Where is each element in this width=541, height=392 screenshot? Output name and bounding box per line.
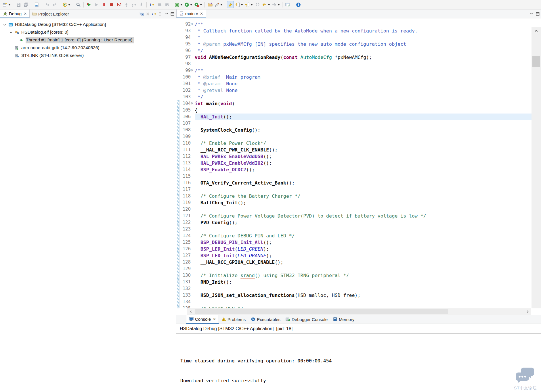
close-icon[interactable]: ✕ xyxy=(24,11,27,16)
resume-button[interactable] xyxy=(93,1,100,8)
tree-item[interactable]: arm-none-eabi-gdb (14.2.90.20240526) xyxy=(0,44,176,52)
code-line[interactable]: 112 HAL_PWREx_EnableVddUSB(); xyxy=(176,153,532,160)
instruction-stepping-button[interactable]: i xyxy=(148,1,155,8)
code-line[interactable]: 131 RND_Init(); xyxy=(176,279,532,285)
last-edit-location-button[interactable] xyxy=(254,1,261,8)
code-line[interactable]: 116 OTA_Verify_Current_Active_Bank(); xyxy=(176,180,532,186)
code-line[interactable]: 134 xyxy=(176,299,532,305)
code-line[interactable]: 105{ xyxy=(176,107,532,114)
tree-item[interactable]: Thread #1 [main] 1 [core: 0] (Running : … xyxy=(0,36,176,44)
dropdown-arrow-icon[interactable] xyxy=(68,4,70,5)
search-button[interactable] xyxy=(75,1,82,8)
minimize-button[interactable] xyxy=(164,12,169,16)
chevron-down-icon[interactable] xyxy=(2,23,7,27)
step-over-button[interactable] xyxy=(130,1,137,8)
dropdown-arrow-icon[interactable] xyxy=(268,4,270,5)
collapse-all-button[interactable] xyxy=(139,12,144,16)
tab-debugger-console[interactable]: Debugger Console xyxy=(283,315,330,324)
profile-button[interactable] xyxy=(194,1,203,8)
code-line[interactable]: 106 HAL_Init(); xyxy=(176,114,532,120)
code-line[interactable]: 113 HAL_PWREx_EnableVddIO2(); xyxy=(176,160,532,166)
code-line[interactable]: 92⊖/** xyxy=(176,21,532,28)
code-line[interactable]: 122 PVD_Config(); xyxy=(176,219,532,226)
save-all-button[interactable] xyxy=(22,1,29,8)
dropdown-arrow-icon[interactable] xyxy=(180,4,183,5)
code-line[interactable]: 111 __HAL_RCC_PWR_CLK_ENABLE(); xyxy=(176,147,532,153)
step-into-button[interactable] xyxy=(123,1,130,8)
code-line[interactable]: 117 xyxy=(176,186,532,193)
fold-marker-icon[interactable]: ⊖ xyxy=(191,100,195,107)
fold-marker-icon[interactable]: ⊖ xyxy=(191,67,195,74)
dropdown-arrow-icon[interactable] xyxy=(200,4,202,5)
maximize-button[interactable] xyxy=(536,12,540,16)
view-menu-button[interactable] xyxy=(158,12,163,16)
console-output[interactable]: Time elapsed during verifying operation:… xyxy=(176,334,541,384)
tab-project-explorer[interactable]: Project Explorer xyxy=(30,9,72,18)
next-annotation-button[interactable] xyxy=(234,1,244,8)
code-line[interactable]: 132 xyxy=(176,285,532,292)
tree-item[interactable]: IDEHSDatalog Debug [STM32 C/C++ Applicat… xyxy=(0,21,176,28)
close-icon[interactable]: ✕ xyxy=(213,317,216,321)
code-line[interactable]: 124 /* Configure DEBUG PIN and LED */ xyxy=(176,232,532,239)
remove-all-button[interactable] xyxy=(146,12,150,16)
redo-button[interactable] xyxy=(51,1,58,8)
code-line[interactable]: 118 /* Configure the Battery Charger */ xyxy=(176,193,532,199)
code-line[interactable]: 121 /* Configure Power Voltage Detector(… xyxy=(176,213,532,219)
code-line[interactable]: 129 xyxy=(176,266,532,272)
code-line[interactable]: 104⊖int main(void) xyxy=(176,100,532,107)
dropdown-arrow-icon[interactable] xyxy=(220,4,223,5)
code-line[interactable]: 133 HSD_JSON_set_allocation_functions(HS… xyxy=(176,292,532,299)
code-line[interactable]: 119 BattChrg_Init(); xyxy=(176,199,532,206)
code-line[interactable]: 115 xyxy=(176,173,532,180)
open-perspective-button[interactable] xyxy=(284,1,291,8)
tab-debug[interactable]: Debug✕ xyxy=(0,9,30,18)
code-line[interactable]: 135 /* Start USB */ xyxy=(176,305,532,308)
horizontal-scroll-thumb[interactable] xyxy=(195,309,448,314)
back-button[interactable] xyxy=(261,1,271,8)
stack-list-button[interactable] xyxy=(156,1,163,8)
marker-pen-button[interactable] xyxy=(214,1,223,8)
suspend-button[interactable] xyxy=(100,1,107,8)
code-line[interactable]: 125 BSP_DEBUG_PIN_Init_All(); xyxy=(176,239,532,246)
tab-problems[interactable]: Problems xyxy=(219,315,248,324)
dropdown-arrow-icon[interactable] xyxy=(251,4,253,5)
terminate-button[interactable] xyxy=(108,1,115,8)
stack-list-alt-button[interactable] xyxy=(163,1,170,8)
code-line[interactable]: 103 */ xyxy=(176,94,532,100)
fold-marker-icon[interactable]: ⊖ xyxy=(191,21,195,28)
code-editor[interactable]: 92⊖/**93 * Callback function called by t… xyxy=(176,18,541,308)
open-element-button[interactable] xyxy=(207,1,213,8)
launch-refresh-button[interactable] xyxy=(62,1,71,8)
run-button[interactable] xyxy=(184,1,193,8)
undo-button[interactable] xyxy=(44,1,51,8)
code-line[interactable]: 114 BSP_Enable_DCDC2(); xyxy=(176,166,532,173)
code-line[interactable]: 100 * @brief Main program xyxy=(176,74,532,80)
dropdown-arrow-icon[interactable] xyxy=(278,4,280,5)
code-line[interactable]: 110 /* Enable Power Clock*/ xyxy=(176,140,532,147)
code-line[interactable]: 101 * @param None xyxy=(176,80,532,87)
forward-button[interactable] xyxy=(271,1,280,8)
binary-file-button[interactable]: 010 xyxy=(33,1,40,8)
code-line[interactable]: 108 SystemClock_Config(); xyxy=(176,127,532,133)
disconnect-button[interactable] xyxy=(115,1,122,8)
tab-executables[interactable]: Executables xyxy=(248,315,283,324)
dropdown-arrow-icon[interactable] xyxy=(190,4,192,5)
code-line[interactable]: 98 xyxy=(176,61,532,67)
dropdown-arrow-icon[interactable] xyxy=(8,4,11,5)
maximize-button[interactable] xyxy=(170,12,175,16)
code-line[interactable]: 128 __HAL_RCC_GPIOA_CLK_ENABLE(); xyxy=(176,259,532,266)
code-line[interactable]: 109 xyxy=(176,133,532,140)
highlight-button[interactable] xyxy=(227,1,234,8)
minimize-button[interactable] xyxy=(529,12,534,16)
chevron-down-icon[interactable] xyxy=(8,30,14,34)
code-line[interactable]: 107 xyxy=(176,120,532,127)
vertical-scroll-thumb[interactable] xyxy=(532,56,540,67)
vertical-scrollbar[interactable] xyxy=(532,27,541,308)
save-button[interactable] xyxy=(15,1,22,8)
code-line[interactable]: 126 BSP_LED_Init(LED_GREEN); xyxy=(176,246,532,252)
code-line[interactable]: 127 BSP_LED_Init(LED_ORANGE); xyxy=(176,252,532,259)
code-line[interactable]: 120 xyxy=(176,206,532,213)
scroll-right-button[interactable] xyxy=(524,308,531,315)
code-line[interactable]: 97void AMOnNewConfigurationReady(const A… xyxy=(176,54,532,61)
scroll-left-button[interactable] xyxy=(187,308,194,315)
